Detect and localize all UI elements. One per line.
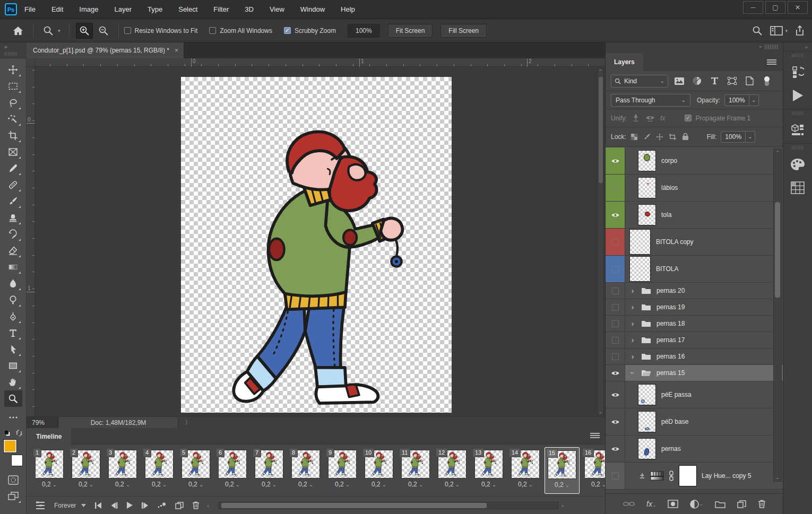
frame-duration[interactable]: 0,2⌄: [32, 481, 67, 488]
lock-pixels-icon[interactable]: [643, 133, 651, 141]
chevron-down-icon[interactable]: ›: [628, 370, 637, 376]
frame-duration[interactable]: 0,2⌄: [105, 481, 140, 488]
resize-windows-checkbox[interactable]: Resize Windows to Fit: [124, 27, 198, 34]
scrollbar-thumb[interactable]: [221, 503, 487, 508]
timeline-frame[interactable]: 160,2⌄: [581, 447, 605, 494]
chevron-right-icon[interactable]: ›: [629, 303, 636, 311]
menu-image[interactable]: Image: [79, 5, 98, 13]
layer-thumbnail[interactable]: [629, 256, 651, 282]
color-panel-icon[interactable]: [790, 156, 806, 172]
default-colors-icon[interactable]: [4, 430, 11, 437]
filter-kind-dropdown[interactable]: Kind ⌄: [611, 75, 668, 88]
frame-duration[interactable]: 0,2⌄: [398, 481, 433, 488]
swap-colors-icon[interactable]: [15, 430, 23, 437]
zoom-in-button[interactable]: [76, 23, 93, 39]
status-chevron-icon[interactable]: 〉: [178, 418, 197, 427]
close-button[interactable]: ✕: [788, 1, 808, 14]
layer-row-bitola[interactable]: BITOLA: [606, 256, 783, 283]
delete-layer-icon[interactable]: [758, 500, 766, 508]
document-size-info[interactable]: Doc: 1,48M/182,9M: [59, 417, 178, 429]
visibility-toggle[interactable]: [606, 229, 625, 255]
zoom-out-button[interactable]: [95, 23, 112, 39]
scrollbar-thumb[interactable]: [775, 202, 780, 298]
frame-duration[interactable]: 0,2⌄: [252, 481, 287, 488]
layer-style-icon[interactable]: fx⌄: [646, 500, 656, 508]
screen-mode-icon[interactable]: [4, 488, 22, 504]
layer-row-tola[interactable]: tola: [606, 202, 783, 229]
lasso-tool[interactable]: [4, 94, 22, 111]
frame-duration[interactable]: 0,2⌄: [68, 481, 103, 488]
clone-stamp-tool[interactable]: [4, 210, 22, 226]
layers-panel-menu-icon[interactable]: [767, 59, 776, 60]
lock-position-icon[interactable]: [656, 133, 663, 141]
group-row-pernas-15-selected[interactable]: › pernas 15: [606, 365, 783, 381]
menu-type[interactable]: Type: [148, 5, 162, 13]
visibility-toggle[interactable]: [606, 381, 625, 408]
lock-artboard-icon[interactable]: [669, 133, 677, 141]
visibility-toggle[interactable]: [606, 349, 625, 364]
timeline-frame[interactable]: 80,2⌄: [288, 447, 323, 494]
timeline-frame[interactable]: 90,2⌄: [325, 447, 360, 494]
frame-duration[interactable]: 0,2⌄: [508, 481, 543, 488]
unify-position-icon[interactable]: [632, 114, 640, 123]
group-row-pernas-16[interactable]: › pernas 16: [606, 349, 783, 365]
zoom-100-button[interactable]: 100%: [348, 24, 380, 38]
unify-visibility-icon[interactable]: [645, 115, 655, 122]
brush-tool[interactable]: [4, 193, 22, 210]
timeline-frame[interactable]: 100,2⌄: [361, 447, 396, 494]
layer-thumbnail[interactable]: [629, 229, 651, 255]
document-canvas[interactable]: [181, 77, 452, 413]
filter-shape-layers-icon[interactable]: [725, 75, 738, 87]
filter-type-layers-icon[interactable]: [708, 75, 721, 87]
timeline-frame[interactable]: 60,2⌄: [215, 447, 250, 494]
layer-thumbnail[interactable]: [638, 438, 656, 459]
visibility-toggle[interactable]: [606, 175, 625, 201]
menu-layer[interactable]: Layer: [115, 5, 132, 13]
lock-all-icon[interactable]: [682, 133, 689, 141]
gradient-tool[interactable]: [4, 259, 22, 275]
rectangle-tool[interactable]: [4, 358, 22, 374]
new-adjustment-layer-icon[interactable]: ⌄: [690, 500, 703, 509]
eraser-tool[interactable]: [4, 242, 22, 259]
visibility-toggle[interactable]: [606, 256, 625, 282]
chevron-down-icon[interactable]: ⌄: [746, 131, 755, 143]
new-frame-button[interactable]: [171, 499, 188, 512]
scroll-up-icon[interactable]: ⌃: [774, 149, 781, 156]
menu-filter[interactable]: Filter: [213, 5, 229, 13]
timeline-frame[interactable]: 140,2⌄: [508, 447, 543, 494]
scroll-down-icon[interactable]: ⌄: [774, 474, 781, 481]
zoom-all-windows-checkbox[interactable]: Zoom All Windows: [209, 27, 272, 34]
layer-thumbnail[interactable]: [638, 384, 656, 405]
next-frame-button[interactable]: [137, 499, 153, 512]
chevron-right-icon[interactable]: ›: [629, 286, 636, 295]
zoom-tool-preset-icon[interactable]: [40, 23, 57, 39]
frame-duration[interactable]: 0,2⌄: [288, 481, 323, 488]
layer-thumbnail[interactable]: [638, 204, 656, 225]
layer-row-bitola-copy[interactable]: BITOLA copy: [606, 229, 783, 256]
timeline-frame[interactable]: 20,2⌄: [68, 447, 103, 494]
swatches-panel-icon[interactable]: [790, 180, 806, 196]
fill-value[interactable]: 100%: [721, 131, 746, 143]
timeline-frame[interactable]: 110,2⌄: [398, 447, 433, 494]
spot-healing-brush-tool[interactable]: [4, 177, 22, 193]
visibility-toggle[interactable]: [606, 202, 625, 228]
type-tool[interactable]: [4, 325, 22, 341]
first-frame-button[interactable]: [90, 499, 106, 512]
convert-to-video-timeline-icon[interactable]: [31, 499, 50, 512]
rectangular-marquee-tool[interactable]: [4, 78, 22, 94]
fill-screen-button[interactable]: Fill Screen: [440, 24, 487, 38]
zoom-level-field[interactable]: 79%: [27, 417, 58, 429]
collapse-dock-icon[interactable]: «: [783, 42, 812, 51]
loop-count-dropdown[interactable]: Forever: [50, 499, 90, 512]
play-button[interactable]: [122, 499, 137, 512]
menu-3d[interactable]: 3D: [245, 5, 254, 13]
frame-duration[interactable]: 0,2⌄: [325, 481, 360, 488]
chevron-right-icon[interactable]: ›: [629, 336, 636, 344]
timeline-frame[interactable]: 10,2⌄: [32, 447, 67, 494]
actions-panel-icon[interactable]: [790, 88, 806, 103]
share-icon[interactable]: [795, 25, 805, 36]
timeline-frame[interactable]: 70,2⌄: [252, 447, 287, 494]
layer-row-lay-hue[interactable]: Lay Hue... copy 5: [606, 463, 783, 490]
blur-tool[interactable]: [4, 275, 22, 292]
blend-mode-dropdown[interactable]: Pass Through ⌄: [611, 94, 690, 107]
